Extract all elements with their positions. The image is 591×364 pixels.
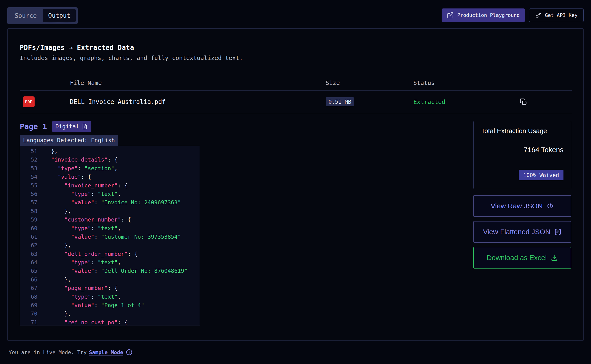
usage-title: Total Extraction Usage bbox=[481, 127, 564, 135]
line-number: 69 bbox=[20, 301, 37, 309]
code-text: }, bbox=[51, 309, 71, 318]
copy-icon bbox=[520, 98, 527, 106]
code-text: }, bbox=[51, 241, 71, 249]
code-line: 61"value": "Customer No: 397353854" bbox=[20, 233, 200, 241]
code-line: 69"value": "Page 1 of 4" bbox=[20, 301, 200, 309]
sidebar-column: Total Extraction Usage 7164 Tokens 100% … bbox=[473, 121, 571, 325]
code-line: 66}, bbox=[20, 275, 200, 284]
file-name-cell: DELL Invoice Australia.pdf bbox=[70, 98, 326, 105]
flatten-icon bbox=[554, 228, 562, 236]
digital-badge-label: Digital bbox=[56, 123, 79, 130]
line-number: 70 bbox=[20, 309, 37, 318]
file-table-header: File Name Size Status bbox=[20, 75, 572, 90]
line-number: 68 bbox=[20, 292, 37, 301]
copy-button[interactable] bbox=[519, 98, 527, 106]
code-line: 60"type": "text", bbox=[20, 224, 200, 233]
file-size-cell: 0.51 MB bbox=[326, 97, 413, 106]
code-line: 67"page_number": { bbox=[20, 284, 200, 292]
key-icon bbox=[535, 12, 542, 19]
page-title: PDFs/Images → Extracted Data bbox=[20, 43, 571, 53]
col-file-name: File Name bbox=[70, 79, 326, 86]
waived-badge: 100% Waived bbox=[519, 170, 564, 180]
mode-status-text: You are in Live Mode. Try bbox=[9, 349, 87, 355]
json-code-block: 51},52"invoice_details": {53"type": "sec… bbox=[20, 146, 200, 325]
code-text: "ref_no_cust_po": { bbox=[51, 318, 127, 325]
line-number: 65 bbox=[20, 267, 37, 275]
line-number: 64 bbox=[20, 258, 37, 267]
code-line: 54"value": { bbox=[20, 173, 200, 181]
line-number: 53 bbox=[20, 164, 37, 173]
page-result-column: Page 1 Digital Languages Detected: Engli… bbox=[20, 121, 200, 325]
code-icon bbox=[546, 202, 554, 210]
line-number: 62 bbox=[20, 241, 37, 249]
code-line: 52"invoice_details": { bbox=[20, 156, 200, 164]
page-number-label: Page 1 bbox=[20, 122, 47, 131]
code-text: "invoice_number": { bbox=[51, 181, 127, 190]
tab-output[interactable]: Output bbox=[43, 9, 76, 22]
code-text: "type": "text", bbox=[51, 292, 121, 301]
code-text: "type": "section", bbox=[51, 164, 118, 173]
content-area: Page 1 Digital Languages Detected: Engli… bbox=[20, 121, 571, 325]
output-panel: PDFs/Images → Extracted Data Includes im… bbox=[7, 28, 584, 341]
page-header-row: Page 1 Digital bbox=[20, 121, 200, 132]
code-line: 53"type": "section", bbox=[20, 164, 200, 173]
production-playground-button[interactable]: Production Playground bbox=[442, 8, 525, 22]
digital-badge: Digital bbox=[52, 121, 91, 132]
line-number: 55 bbox=[20, 181, 37, 190]
languages-detected-badge: Languages Detected: English bbox=[20, 135, 118, 146]
line-number: 58 bbox=[20, 207, 37, 215]
code-text: "page_number": { bbox=[51, 284, 118, 292]
source-output-tab-switch: Source Output bbox=[7, 7, 78, 24]
code-line: 62}, bbox=[20, 241, 200, 249]
code-line: 65"value": "Dell Order No: 876048619" bbox=[20, 267, 200, 275]
code-line: 71"ref_no_cust_po": { bbox=[20, 318, 200, 325]
code-text: "value": "Invoice No: 2409697363" bbox=[51, 198, 181, 207]
pdf-file-icon: PDF bbox=[23, 96, 35, 107]
view-raw-json-button[interactable]: View Raw JSON bbox=[473, 195, 571, 217]
line-number: 61 bbox=[20, 233, 37, 241]
view-flattened-json-button[interactable]: View Flattened JSON bbox=[473, 221, 571, 243]
line-number: 67 bbox=[20, 284, 37, 292]
code-text: "type": "text", bbox=[51, 258, 121, 267]
usage-panel: Total Extraction Usage 7164 Tokens 100% … bbox=[473, 121, 571, 189]
line-number: 66 bbox=[20, 275, 37, 284]
file-size-badge: 0.51 MB bbox=[326, 97, 354, 106]
code-text: "dell_order_number": { bbox=[51, 250, 138, 258]
line-number: 54 bbox=[20, 173, 37, 181]
code-text: "value": "Customer No: 397353854" bbox=[51, 233, 181, 241]
code-line: 59"customer_number": { bbox=[20, 215, 200, 224]
usage-divider bbox=[481, 140, 564, 140]
col-size: Size bbox=[326, 79, 413, 86]
tab-source[interactable]: Source bbox=[9, 9, 42, 22]
file-table: File Name Size Status PDF DELL Invoice A… bbox=[20, 75, 572, 113]
mode-status-bar: You are in Live Mode. Try Sample Mode bbox=[9, 349, 133, 356]
code-text: "value": "Dell Order No: 876048619" bbox=[51, 267, 188, 275]
token-count: 7164 Tokens bbox=[481, 146, 564, 154]
code-text: }, bbox=[51, 147, 58, 156]
external-link-icon bbox=[447, 12, 454, 19]
table-row[interactable]: PDF DELL Invoice Australia.pdf 0.51 MB E… bbox=[20, 90, 572, 113]
code-text: "customer_number": { bbox=[51, 215, 131, 224]
line-number: 51 bbox=[20, 147, 37, 156]
production-playground-label: Production Playground bbox=[457, 13, 520, 18]
view-flattened-json-label: View Flattened JSON bbox=[483, 228, 550, 236]
line-number: 57 bbox=[20, 198, 37, 207]
waived-row: 100% Waived bbox=[481, 170, 564, 180]
file-code-icon bbox=[82, 124, 88, 130]
line-number: 59 bbox=[20, 215, 37, 224]
download-excel-button[interactable]: Download as Excel bbox=[473, 247, 571, 268]
sample-mode-link[interactable]: Sample Mode bbox=[89, 349, 123, 355]
code-line: 68"type": "text", bbox=[20, 292, 200, 301]
download-excel-label: Download as Excel bbox=[486, 254, 546, 262]
get-api-key-button[interactable]: Get API Key bbox=[529, 8, 584, 22]
code-text: }, bbox=[51, 275, 71, 284]
info-icon[interactable] bbox=[126, 349, 133, 356]
top-bar: Source Output Production Playground Get … bbox=[0, 0, 591, 28]
top-actions: Production Playground Get API Key bbox=[442, 8, 584, 22]
code-line: 56"type": "text", bbox=[20, 190, 200, 198]
code-line: 58}, bbox=[20, 207, 200, 215]
line-number: 71 bbox=[20, 318, 37, 325]
page-subtitle: Includes images, graphs, charts, and ful… bbox=[20, 54, 571, 62]
line-number: 56 bbox=[20, 190, 37, 198]
file-status-cell: Extracted bbox=[413, 98, 519, 105]
